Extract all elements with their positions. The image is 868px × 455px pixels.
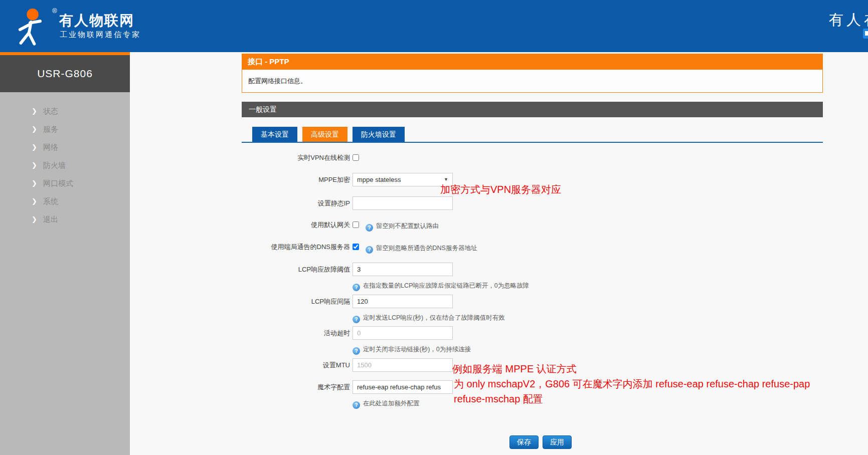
chevron-right-icon: ❯ bbox=[32, 192, 37, 210]
tab-firewall-settings[interactable]: 防火墙设置 bbox=[353, 127, 405, 142]
apply-button[interactable]: 应用 bbox=[543, 435, 572, 449]
help-icon: ? bbox=[366, 224, 373, 232]
mtu-input[interactable] bbox=[353, 358, 453, 372]
annotation-mppe: 加密方式与VPN服务器对应 bbox=[440, 183, 561, 196]
inactivity-timeout-input[interactable] bbox=[353, 326, 453, 340]
sidebar-item-port-mode[interactable]: ❯ 网口模式 bbox=[0, 174, 130, 192]
default-gateway-checkbox[interactable] bbox=[353, 221, 359, 228]
sidebar-item-network[interactable]: ❯ 网络 bbox=[0, 138, 130, 156]
field-label: 设置静态IP bbox=[242, 196, 350, 210]
help-text: 在指定数量的LCP响应故障后假定链路已断开，0为忽略故障 bbox=[363, 282, 529, 289]
row-static-ip: 设置静态IP bbox=[242, 196, 823, 210]
row-magic-word: 魔术字配置 ?在此处追加额外配置 bbox=[242, 380, 823, 410]
help-icon: ? bbox=[353, 401, 360, 409]
realtime-vpn-check-checkbox[interactable] bbox=[353, 154, 359, 161]
row-use-default-gateway: 使用默认网关 ?留空则不配置默认路由 bbox=[242, 221, 823, 229]
sidebar-menu: ❯ 状态 ❯ 服务 ❯ 网络 ❯ 防火墙 ❯ 网口模式 ❯ 系统 ❯ 退出 bbox=[0, 102, 130, 229]
tab-basic-settings[interactable]: 基本设置 bbox=[252, 127, 297, 142]
help-text: 定时发送LCP响应(秒)，仅在结合了故障阈值时有效 bbox=[363, 314, 505, 321]
sidebar-item-logout[interactable]: ❯ 退出 bbox=[0, 210, 130, 229]
peer-dns-checkbox[interactable] bbox=[353, 244, 359, 250]
sidebar-item-label: 退出 bbox=[43, 210, 58, 229]
brand-subtitle: 工业物联网通信专家 bbox=[60, 30, 141, 40]
sidebar-item-label: 网口模式 bbox=[43, 174, 73, 192]
chevron-right-icon: ❯ bbox=[32, 156, 37, 174]
sidebar-item-firewall[interactable]: ❯ 防火墙 bbox=[0, 156, 130, 174]
row-realtime-vpn-check: 实时VPN在线检测 bbox=[242, 154, 823, 162]
row-lcp-failure-threshold: LCP响应故障阈值 ?在指定数量的LCP响应故障后假定链路已断开，0为忽略故障 bbox=[242, 263, 823, 293]
help-text: 留空则忽略所通告的DNS服务器地址 bbox=[376, 245, 477, 252]
chevron-right-icon: ❯ bbox=[32, 120, 37, 138]
sidebar-item-label: 状态 bbox=[43, 102, 58, 120]
row-lcp-interval: LCP响应间隔 ?定时发送LCP响应(秒)，仅在结合了故障阈值时有效 bbox=[242, 295, 823, 325]
page-title: 接口 - PPTP bbox=[242, 54, 823, 69]
chevron-right-icon: ❯ bbox=[32, 174, 37, 192]
sidebar-item-status[interactable]: ❯ 状态 bbox=[0, 102, 130, 120]
row-inactivity-timeout: 活动超时 ?定时关闭非活动链接(秒)，0为持续连接 bbox=[242, 326, 823, 356]
usr-person-logo-icon bbox=[9, 6, 51, 48]
field-label: 设置MTU bbox=[242, 358, 350, 372]
chevron-right-icon: ❯ bbox=[32, 102, 37, 120]
save-button[interactable]: 保存 bbox=[509, 435, 539, 449]
field-label: MPPE加密 bbox=[242, 173, 350, 186]
help-icon: ? bbox=[353, 316, 360, 323]
sidebar-item-label: 防火墙 bbox=[43, 156, 66, 174]
slogan-badge-icon bbox=[863, 29, 868, 39]
help-icon: ? bbox=[353, 347, 360, 355]
settings-tabs: 基本设置 高级设置 防火墙设置 bbox=[252, 127, 410, 142]
page-description: 配置网络接口信息。 bbox=[242, 69, 823, 93]
annotation-mtu-line1: 例如服务端 MPPE 认证方式 bbox=[452, 362, 577, 376]
static-ip-input[interactable] bbox=[353, 196, 453, 210]
brand-title: 有人物联网 bbox=[59, 11, 134, 30]
magic-word-input[interactable] bbox=[353, 380, 453, 394]
field-label: 实时VPN在线检测 bbox=[242, 154, 350, 162]
header-slogan: 有人在 bbox=[829, 10, 868, 30]
main-content: 接口 - PPTP 配置网络接口信息。 一般设置 基本设置 高级设置 防火墙设置… bbox=[242, 54, 823, 454]
field-label: 魔术字配置 bbox=[242, 380, 350, 394]
field-label: LCP响应故障阈值 bbox=[242, 263, 350, 276]
field-label: LCP响应间隔 bbox=[242, 295, 350, 308]
device-name: USR-G806 bbox=[0, 55, 130, 92]
field-label: 使用端局通告的DNS服务器 bbox=[242, 243, 350, 251]
sidebar-item-system[interactable]: ❯ 系统 bbox=[0, 192, 130, 210]
sidebar-item-label: 系统 bbox=[43, 192, 58, 210]
help-icon: ? bbox=[353, 284, 360, 291]
field-label: 使用默认网关 bbox=[242, 221, 350, 229]
field-label: 活动超时 bbox=[242, 326, 350, 340]
mppe-encryption-select[interactable]: mppe stateless ▼ bbox=[353, 173, 453, 186]
row-use-peer-dns: 使用端局通告的DNS服务器 ?留空则忽略所通告的DNS服务器地址 bbox=[242, 243, 823, 251]
tabs-underline bbox=[242, 142, 823, 143]
section-title: 一般设置 bbox=[242, 102, 823, 117]
chevron-right-icon: ❯ bbox=[32, 210, 37, 229]
help-text: 留空则不配置默认路由 bbox=[376, 222, 439, 230]
select-value: mppe stateless bbox=[357, 176, 401, 183]
action-buttons: 保存 应用 bbox=[509, 435, 576, 449]
chevron-right-icon: ❯ bbox=[32, 138, 37, 156]
sidebar-item-label: 网络 bbox=[43, 138, 58, 156]
sidebar: USR-G806 ❯ 状态 ❯ 服务 ❯ 网络 ❯ 防火墙 ❯ 网口模式 ❯ 系… bbox=[0, 52, 130, 455]
lcp-interval-input[interactable] bbox=[353, 295, 453, 308]
help-text: 在此处追加额外配置 bbox=[363, 400, 420, 407]
sidebar-item-services[interactable]: ❯ 服务 bbox=[0, 120, 130, 138]
lcp-failure-threshold-input[interactable] bbox=[353, 263, 453, 276]
registered-mark: ® bbox=[52, 7, 57, 15]
tab-advanced-settings[interactable]: 高级设置 bbox=[302, 127, 348, 142]
help-icon: ? bbox=[366, 246, 373, 254]
help-text: 定时关闭非活动链接(秒)，0为持续连接 bbox=[363, 346, 471, 353]
sidebar-item-label: 服务 bbox=[43, 120, 58, 138]
top-header: ® 有人物联网 工业物联网通信专家 有人在 bbox=[0, 0, 868, 52]
